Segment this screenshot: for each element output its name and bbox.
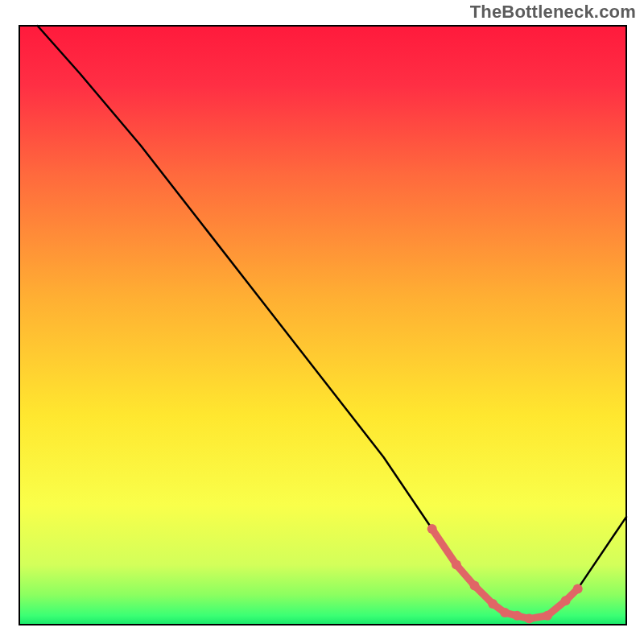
trough-marker-dot xyxy=(452,560,461,570)
trough-marker-dot xyxy=(500,608,510,617)
trough-marker-dot xyxy=(512,611,522,621)
trough-marker-dot xyxy=(470,581,480,591)
trough-marker-dot xyxy=(543,611,552,621)
bottleneck-chart xyxy=(0,0,644,644)
trough-marker-dot xyxy=(524,614,534,624)
trough-marker-dot xyxy=(573,584,583,593)
trough-marker-dot xyxy=(488,599,497,609)
plot-background xyxy=(19,26,626,625)
trough-marker-dot xyxy=(427,524,437,534)
chart-stage: TheBottleneck.com xyxy=(0,0,644,644)
trough-marker-dot xyxy=(561,596,571,605)
